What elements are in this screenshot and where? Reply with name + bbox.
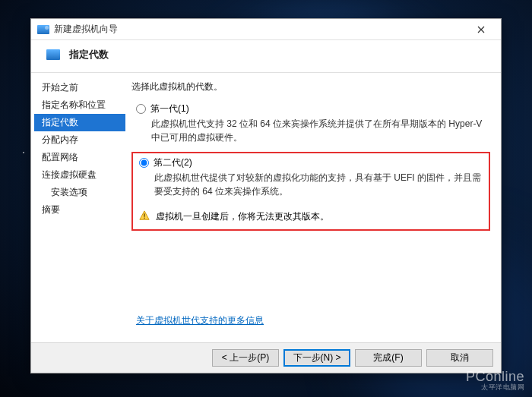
generation-2-option: 第二代(2) 此虚拟机世代提供了对较新的虚拟化功能的支持，具有基于 UEFI 的… <box>135 155 486 203</box>
svg-rect-1 <box>144 218 144 219</box>
warning-icon <box>139 210 150 221</box>
svg-rect-0 <box>144 213 144 216</box>
gen1-radio-row[interactable]: 第一代(1) <box>131 101 490 117</box>
more-info-link[interactable]: 关于虚拟机世代支持的更多信息 <box>131 310 490 335</box>
generation-1-option: 第一代(1) 此虚拟机世代支持 32 位和 64 位来宾操作系统并提供了在所有早… <box>131 101 490 149</box>
warning-row: 虚拟机一旦创建后，你将无法更改其版本。 <box>135 206 486 225</box>
close-button[interactable] <box>467 20 495 39</box>
sidebar-item-before-begin[interactable]: 开始之前 <box>34 79 125 96</box>
gen1-radio[interactable] <box>136 104 146 114</box>
close-icon <box>477 26 485 33</box>
gen2-radio-row[interactable]: 第二代(2) <box>135 155 486 171</box>
finish-button[interactable]: 完成(F) <box>355 349 422 367</box>
page-title: 指定代数 <box>69 48 109 61</box>
gen1-label: 第一代(1) <box>150 102 189 115</box>
wizard-dialog: 新建虚拟机向导 指定代数 开始之前 指定名称和位置 指定代数 分配内存 配置网络… <box>30 18 502 373</box>
highlight-annotation: 第二代(2) 此虚拟机世代提供了对较新的虚拟化功能的支持，具有基于 UEFI 的… <box>131 152 490 231</box>
sidebar-item-vhd[interactable]: 连接虚拟硬盘 <box>34 166 125 184</box>
gen1-description: 此虚拟机世代支持 32 位和 64 位来宾操作系统并提供了在所有早期版本的 Hy… <box>131 117 490 149</box>
gen2-radio[interactable] <box>139 158 149 168</box>
next-button[interactable]: 下一步(N) > <box>283 349 350 367</box>
intro-text: 选择此虚拟机的代数。 <box>131 80 490 93</box>
sidebar-item-install-options[interactable]: 安装选项 <box>34 184 125 201</box>
sidebar-item-name-location[interactable]: 指定名称和位置 <box>34 96 125 114</box>
header-icon <box>46 49 60 60</box>
watermark-brand: PConline <box>466 369 524 384</box>
wizard-footer: < 上一步(P) 下一步(N) > 完成(F) 取消 <box>31 342 501 373</box>
title-bar: 新建虚拟机向导 <box>31 19 501 40</box>
sidebar-item-generation[interactable]: 指定代数 <box>34 114 125 131</box>
sidebar-item-memory[interactable]: 分配内存 <box>34 131 125 149</box>
window-title: 新建虚拟机向导 <box>54 23 467 36</box>
warning-text: 虚拟机一旦创建后，你将无法更改其版本。 <box>156 210 329 223</box>
previous-button[interactable]: < 上一步(P) <box>212 349 279 367</box>
page-header: 指定代数 <box>31 40 501 73</box>
gen2-label: 第二代(2) <box>154 156 192 169</box>
watermark: PConline 太平洋电脑网 <box>466 369 524 392</box>
sidebar-item-network[interactable]: 配置网络 <box>34 149 125 166</box>
wizard-content: 选择此虚拟机的代数。 第一代(1) 此虚拟机世代支持 32 位和 64 位来宾操… <box>125 73 501 342</box>
app-icon <box>37 25 49 34</box>
wizard-steps-sidebar: 开始之前 指定名称和位置 指定代数 分配内存 配置网络 连接虚拟硬盘 安装选项 … <box>31 73 125 342</box>
gen2-description: 此虚拟机世代提供了对较新的虚拟化功能的支持，具有基于 UEFI 的固件，并且需要… <box>135 171 486 203</box>
watermark-sub: 太平洋电脑网 <box>466 383 524 392</box>
sidebar-item-summary[interactable]: 摘要 <box>34 201 125 219</box>
cancel-button[interactable]: 取消 <box>426 349 493 367</box>
